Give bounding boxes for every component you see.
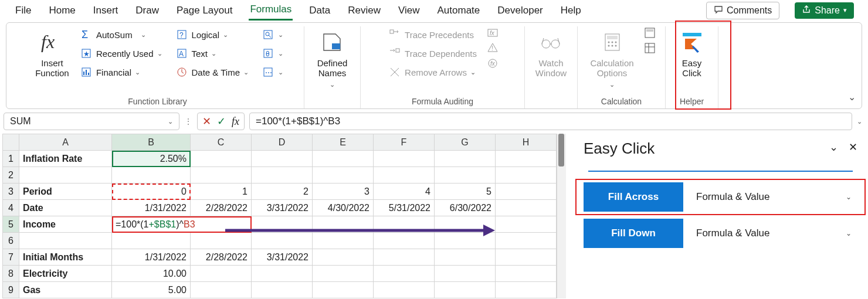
tab-data[interactable]: Data bbox=[308, 1, 331, 20]
row-hdr[interactable]: 8 bbox=[3, 266, 19, 282]
chevron-down-icon[interactable]: ⌄ bbox=[211, 50, 216, 57]
ribbon-collapse-icon[interactable]: ⌄ bbox=[848, 91, 856, 103]
cell-C7[interactable]: 2/28/2022 bbox=[191, 249, 252, 266]
lookup-button[interactable]: ⌄ bbox=[259, 26, 286, 43]
chevron-down-icon[interactable]: ⌄ bbox=[157, 50, 162, 57]
row-3[interactable]: 3 Period 0 1 2 3 4 5 bbox=[3, 184, 557, 200]
cell-E3[interactable]: 3 bbox=[313, 184, 374, 200]
trace-dependents-button[interactable]: Trace Dependents bbox=[386, 45, 479, 62]
fill-down-mode-select[interactable]: Formula & Value ⌄ bbox=[690, 219, 857, 248]
cell-B1[interactable]: 2.50% bbox=[112, 151, 191, 167]
cell-F4[interactable]: 5/31/2022 bbox=[374, 200, 435, 216]
chevron-down-icon[interactable]: ⌄ bbox=[278, 69, 283, 76]
col-hdr-H[interactable]: H bbox=[496, 134, 557, 151]
chevron-down-icon[interactable]: ⌄ bbox=[243, 69, 249, 76]
chevron-down-icon[interactable]: ⌄ bbox=[609, 81, 615, 89]
math-button[interactable]: θ ⌄ bbox=[259, 45, 286, 62]
row-7[interactable]: 7 Initial Months 1/31/2022 2/28/2022 3/3… bbox=[3, 249, 557, 266]
row-hdr[interactable]: 3 bbox=[3, 184, 19, 200]
formula-input[interactable]: =100*(1+$B$1)^B3 bbox=[249, 113, 852, 130]
row-hdr[interactable]: 2 bbox=[3, 167, 19, 184]
fill-across-mode-select[interactable]: Formula & Value ⌄ bbox=[690, 182, 857, 212]
fill-down-button[interactable]: Fill Down bbox=[584, 219, 683, 248]
tab-view[interactable]: View bbox=[397, 1, 421, 20]
row-hdr[interactable]: 9 bbox=[3, 282, 19, 298]
tab-file[interactable]: File bbox=[14, 1, 32, 20]
scrollbar-thumb[interactable] bbox=[558, 134, 564, 167]
calc-now-icon[interactable] bbox=[643, 26, 656, 39]
row-9[interactable]: 9 Gas 5.00 bbox=[3, 282, 557, 298]
column-headers[interactable]: A B C D E F G H bbox=[3, 134, 557, 151]
col-hdr-B[interactable]: B bbox=[112, 134, 191, 151]
chevron-down-icon[interactable]: ⌄ bbox=[141, 31, 146, 39]
cell-B8[interactable]: 10.00 bbox=[112, 266, 191, 282]
row-6[interactable]: 6 bbox=[3, 233, 557, 249]
row-hdr[interactable]: 1 bbox=[3, 151, 19, 167]
logical-button[interactable]: ? Logical ⌄ bbox=[173, 26, 252, 43]
easy-click-button[interactable]: Easy Click bbox=[675, 26, 709, 81]
col-hdr-E[interactable]: E bbox=[313, 134, 374, 151]
tab-home[interactable]: Home bbox=[48, 1, 76, 20]
chevron-down-icon[interactable]: ⌄ bbox=[470, 69, 476, 76]
chevron-down-icon[interactable]: ⌄ bbox=[829, 141, 838, 154]
cell-B5-editing[interactable]: =100*(1+$B$1)^B3 bbox=[112, 216, 252, 233]
cell-A4[interactable]: Date bbox=[19, 200, 112, 216]
cell-B9[interactable]: 5.00 bbox=[112, 282, 191, 298]
row-hdr[interactable]: 7 bbox=[3, 249, 19, 266]
cell-D7[interactable]: 3/31/2022 bbox=[252, 249, 313, 266]
evaluate-formula-icon[interactable]: fx bbox=[486, 57, 499, 70]
text-button[interactable]: A Text ⌄ bbox=[173, 45, 252, 62]
col-hdr-F[interactable]: F bbox=[374, 134, 435, 151]
chevron-down-icon[interactable]: ⌄ bbox=[223, 31, 228, 39]
tab-page-layout[interactable]: Page Layout bbox=[175, 1, 233, 20]
cell-F3[interactable]: 4 bbox=[374, 184, 435, 200]
calculation-options-button[interactable]: Calculation Options ⌄ bbox=[586, 26, 637, 90]
row-8[interactable]: 8 Electricity 10.00 bbox=[3, 266, 557, 282]
name-box[interactable]: SUM ⌄ bbox=[4, 113, 179, 130]
cell-A3[interactable]: Period bbox=[19, 184, 112, 200]
row-4[interactable]: 4 Date 1/31/2022 2/28/2022 3/31/2022 4/3… bbox=[3, 200, 557, 216]
calc-sheet-icon[interactable] bbox=[643, 42, 656, 55]
col-hdr-G[interactable]: G bbox=[435, 134, 496, 151]
vertical-scrollbar[interactable] bbox=[557, 134, 566, 298]
comments-button[interactable]: Comments bbox=[706, 2, 779, 19]
insert-function-button[interactable]: fx Insert Function bbox=[29, 26, 75, 81]
error-checking-icon[interactable]: ! bbox=[486, 42, 499, 55]
remove-arrows-button[interactable]: Remove Arrows ⌄ bbox=[386, 64, 479, 80]
expand-formula-bar-icon[interactable]: ⌄ bbox=[857, 118, 862, 125]
trace-precedents-button[interactable]: Trace Precedents bbox=[386, 26, 479, 43]
cell-D3[interactable]: 2 bbox=[252, 184, 313, 200]
row-hdr[interactable]: 5 bbox=[3, 216, 19, 233]
more-functions-button[interactable]: ⋯ ⌄ bbox=[259, 64, 286, 80]
cell-A1[interactable]: Inflation Rate bbox=[19, 151, 112, 167]
col-hdr-A[interactable]: A bbox=[19, 134, 112, 151]
row-hdr[interactable]: 4 bbox=[3, 200, 19, 216]
cell-G3[interactable]: 5 bbox=[435, 184, 496, 200]
cell-E4[interactable]: 4/30/2022 bbox=[313, 200, 374, 216]
row-1[interactable]: 1 Inflation Rate 2.50% bbox=[3, 151, 557, 167]
tab-help[interactable]: Help bbox=[560, 1, 582, 20]
cell-B7[interactable]: 1/31/2022 bbox=[112, 249, 191, 266]
show-formulas-icon[interactable]: fx bbox=[486, 26, 499, 39]
cell-C3[interactable]: 1 bbox=[191, 184, 252, 200]
tab-insert[interactable]: Insert bbox=[92, 1, 120, 20]
cell-B3[interactable]: 0 bbox=[112, 184, 191, 200]
cell-D4[interactable]: 3/31/2022 bbox=[252, 200, 313, 216]
autosum-button[interactable]: Σ AutoSum ⌄ bbox=[77, 26, 165, 43]
chevron-down-icon[interactable]: ⌄ bbox=[135, 69, 140, 76]
date-time-button[interactable]: Date & Time ⌄ bbox=[173, 64, 252, 80]
watch-window-button[interactable]: Watch Window bbox=[532, 26, 570, 81]
cancel-edit-icon[interactable]: ✕ bbox=[202, 115, 211, 128]
cell-A8[interactable]: Electricity bbox=[19, 266, 112, 282]
worksheet[interactable]: A B C D E F G H 1 Inflation Rate 2.50% 2… bbox=[2, 134, 557, 298]
cell-G4[interactable]: 6/30/2022 bbox=[435, 200, 496, 216]
financial-button[interactable]: Financial ⌄ bbox=[77, 64, 165, 80]
defined-names-button[interactable]: Defined Names ⌄ bbox=[314, 26, 351, 90]
recently-used-button[interactable]: ★ Recently Used ⌄ bbox=[77, 45, 165, 62]
tab-review[interactable]: Review bbox=[347, 1, 382, 20]
tab-formulas[interactable]: Formulas bbox=[249, 0, 293, 21]
row-hdr[interactable]: 6 bbox=[3, 233, 19, 249]
cell-A7[interactable]: Initial Months bbox=[19, 249, 112, 266]
tab-developer[interactable]: Developer bbox=[496, 1, 544, 20]
close-icon[interactable]: ✕ bbox=[849, 141, 857, 154]
